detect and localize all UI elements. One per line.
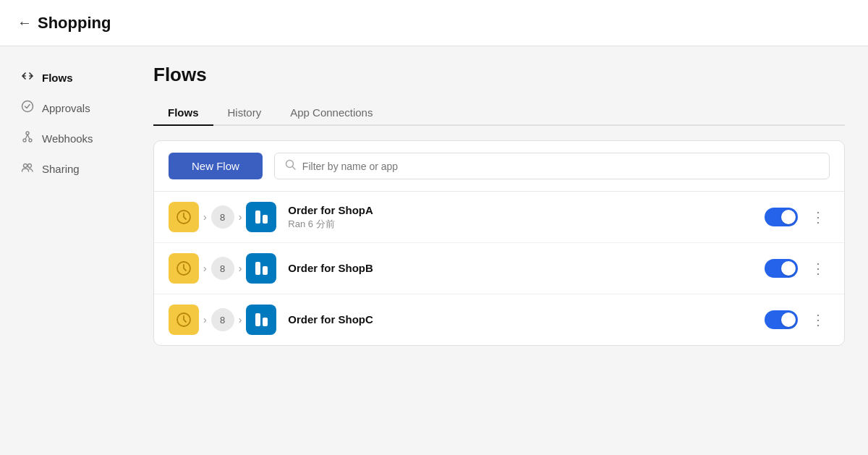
svg-point-4 [24, 164, 27, 168]
flow-name-3: Order for ShopC [288, 313, 753, 326]
app-title: Shopping [38, 14, 111, 33]
content-area: Flows Flows History App Connections New … [130, 46, 868, 455]
clock-icon-2 [169, 253, 199, 284]
tab-flows[interactable]: Flows [153, 101, 213, 126]
sidebar-item-approvals[interactable]: Approvals [12, 94, 119, 122]
svg-point-0 [22, 101, 33, 112]
trello-icon-3 [246, 305, 276, 335]
flow-icons-3: › 8 › [169, 305, 276, 335]
sidebar: Flows Approvals Webhooks [0, 46, 130, 455]
webhooks-icon [20, 130, 35, 146]
clock-icon-3 [169, 305, 199, 335]
flow-icons-1: › 8 › [169, 202, 276, 232]
top-bar: ← Shopping [0, 0, 868, 46]
filter-input-wrap [274, 153, 830, 179]
flow-actions-1: ⋮ [765, 207, 830, 227]
flow-info-2: Order for ShopB [288, 262, 753, 276]
search-icon [285, 159, 297, 173]
tabs-bar: Flows History App Connections [153, 101, 845, 126]
flow-info-1: Order for ShopA Ran 6 分前 [288, 204, 753, 231]
tab-app-connections[interactable]: App Connections [276, 101, 387, 126]
arrow-icon-3: › [203, 314, 207, 326]
flow-row-1: › 8 › Order for ShopA Ran 6 分前 [154, 192, 844, 243]
flow-actions-2: ⋮ [765, 258, 830, 278]
arrow-icon-3b: › [239, 314, 242, 326]
flows-toolbar: New Flow [154, 141, 844, 192]
svg-point-1 [23, 139, 26, 142]
arrow-icon-1: › [203, 211, 207, 223]
svg-point-5 [28, 164, 32, 168]
flow-icons-2: › 8 › [169, 253, 276, 284]
more-button-1[interactable]: ⋮ [807, 207, 830, 227]
back-arrow-icon: ← [17, 14, 32, 31]
sharing-icon [20, 161, 35, 177]
sidebar-sharing-label: Sharing [42, 163, 80, 175]
sidebar-flows-label: Flows [42, 72, 73, 84]
flow-name-1: Order for ShopA [288, 204, 753, 216]
badge-2: 8 [211, 257, 234, 280]
toggle-2[interactable] [765, 259, 798, 278]
page-title: Flows [153, 64, 845, 86]
flows-icon [20, 69, 35, 85]
back-link[interactable]: ← Shopping [17, 14, 111, 33]
flow-actions-3: ⋮ [765, 310, 830, 330]
sidebar-item-flows[interactable]: Flows [12, 64, 119, 91]
trello-icon-1 [246, 202, 276, 232]
approvals-icon [20, 100, 35, 116]
sidebar-item-webhooks[interactable]: Webhooks [12, 124, 119, 152]
badge-3: 8 [211, 308, 234, 331]
trello-icon-2 [246, 253, 276, 284]
sidebar-approvals-label: Approvals [42, 102, 90, 114]
svg-point-2 [29, 139, 32, 142]
clock-icon-1 [169, 202, 199, 232]
arrow-icon-1b: › [239, 211, 242, 223]
flow-row-3: › 8 › Order for ShopC [154, 294, 844, 345]
flow-name-2: Order for ShopB [288, 262, 753, 274]
new-flow-button[interactable]: New Flow [169, 153, 263, 179]
flow-info-3: Order for ShopC [288, 313, 753, 327]
more-button-3[interactable]: ⋮ [807, 310, 830, 330]
badge-1: 8 [211, 205, 234, 229]
sidebar-item-sharing[interactable]: Sharing [12, 155, 119, 182]
main-layout: Flows Approvals Webhooks [0, 46, 868, 455]
filter-input[interactable] [302, 161, 819, 172]
flow-meta-1: Ran 6 分前 [288, 218, 753, 231]
sidebar-webhooks-label: Webhooks [42, 132, 93, 145]
toggle-1[interactable] [765, 208, 798, 226]
arrow-icon-2: › [203, 263, 207, 274]
flows-card: New Flow [153, 140, 845, 346]
more-button-2[interactable]: ⋮ [807, 258, 830, 278]
toggle-3[interactable] [765, 310, 798, 329]
flow-row-2: › 8 › Order for ShopB [154, 243, 844, 294]
arrow-icon-2b: › [239, 263, 242, 274]
tab-history[interactable]: History [213, 101, 276, 126]
